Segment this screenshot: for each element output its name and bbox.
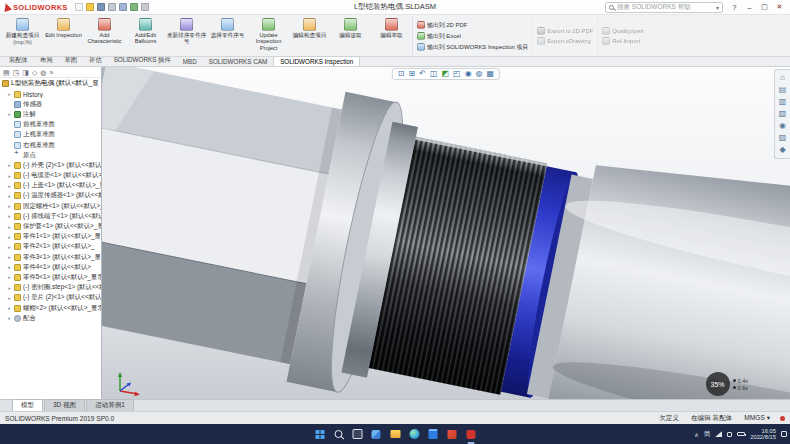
tree-item[interactable]: ▸ (-) 温度传感器<1> (默认<<默认 — [0, 191, 101, 201]
expand-arrow-icon[interactable]: ▸ — [7, 244, 12, 250]
ribbon-export-button[interactable]: 输出到 2D PDF — [417, 21, 528, 30]
expand-arrow-icon[interactable]: ▸ — [7, 183, 12, 189]
tree-item[interactable]: ▸ 零件1<1> (默认<<默认>_显示状态 — [0, 232, 101, 242]
commandmanager-tab[interactable]: MBD — [177, 57, 203, 66]
ime-indicator[interactable]: 简 — [704, 430, 711, 439]
edit-appearance-icon[interactable]: ◍ — [476, 70, 483, 78]
expand-arrow-icon[interactable]: ▸ — [7, 213, 12, 219]
document-view-tab[interactable]: 运动算例1 — [86, 399, 134, 411]
expand-arrow-icon[interactable]: ▸ — [7, 254, 12, 260]
edge-button[interactable] — [408, 428, 421, 441]
hide-show-items-icon[interactable]: ◉ — [465, 70, 472, 78]
ribbon-button[interactable]: Add Characteristic — [84, 16, 125, 56]
view-orientation-icon[interactable]: ◩ — [442, 70, 450, 78]
ribbon-button[interactable]: 编辑萃取 — [371, 16, 412, 56]
ribbon-button[interactable]: 重新排序零件序号 — [166, 16, 207, 56]
tray-expand-icon[interactable]: ∧ — [694, 431, 698, 438]
tree-item[interactable]: ▸ History — [0, 89, 101, 99]
solidworks-button[interactable] — [465, 428, 478, 441]
commandmanager-tab[interactable]: SOLIDWORKS CAM — [203, 57, 273, 66]
tree-item[interactable]: ▸ 零件3<1> (默认<<默认>_显 — [0, 252, 101, 262]
tree-item[interactable]: 前视基准面 — [0, 120, 101, 130]
expand-arrow-icon[interactable]: ▸ — [7, 162, 12, 168]
open-icon[interactable] — [86, 3, 94, 11]
expand-arrow-icon[interactable]: ▸ — [7, 305, 12, 311]
resources-icon[interactable]: ⌂ — [780, 74, 785, 82]
assembly-root-item[interactable]: L型铠装热电偶 (默认<默认_显示状态-1>) — [0, 78, 101, 89]
ribbon-button[interactable]: 编辑检查项目 — [289, 16, 330, 56]
file-explorer-icon[interactable]: ▥ — [779, 98, 787, 106]
commandmanager-tab[interactable]: 评估 — [83, 55, 108, 66]
tree-item[interactable]: ▸ (-) 垫片 (2)<1> (默认<<默认> — [0, 293, 101, 303]
tree-item[interactable]: ▸ 注解 — [0, 109, 101, 119]
close-button[interactable]: ✕ — [772, 1, 787, 14]
rebuild-icon[interactable] — [130, 3, 138, 11]
options-icon[interactable] — [141, 3, 149, 11]
ribbon-export-button[interactable]: 输出到 Excel — [417, 32, 528, 41]
undo-icon[interactable] — [119, 3, 127, 11]
commandmanager-tab[interactable]: SOLIDWORKS Inspection — [273, 56, 360, 66]
tree-item[interactable]: ▸ 螺帽<2> (默认<<默认>_显示状 — [0, 303, 101, 313]
ribbon-export-button[interactable]: 输出到 SOLIDWORKS Inspection 项目 — [417, 43, 528, 52]
tree-item[interactable]: 原点 — [0, 150, 101, 160]
section-view-icon[interactable]: ◫ — [430, 70, 438, 78]
file-explorer-button[interactable] — [389, 428, 402, 441]
tree-item[interactable]: 传感器 — [0, 99, 101, 109]
commandmanager-tab[interactable]: 布局 — [34, 55, 59, 66]
tree-item[interactable]: ▸ 保护套<1> (默认<<默认>_显示 — [0, 221, 101, 231]
notification-icon[interactable] — [781, 431, 787, 437]
ribbon-button[interactable]: Edit Inspection — [43, 16, 84, 56]
expand-arrow-icon[interactable]: ▸ — [7, 274, 12, 280]
tree-item[interactable]: 右视基准面 — [0, 140, 101, 150]
tree-item[interactable]: ▸ 固定螺栓<1> (默认<<默认>_显示状 — [0, 201, 101, 211]
thermocouple-3d-model[interactable] — [102, 67, 790, 399]
expand-arrow-icon[interactable]: ▸ — [7, 315, 12, 321]
document-view-tab[interactable]: 3D 视图 — [44, 399, 85, 411]
propertymanager-tab-icon[interactable]: ◳ — [13, 69, 20, 76]
expand-arrow-icon[interactable]: ▸ — [7, 285, 12, 291]
help-button[interactable]: ? — [727, 1, 742, 14]
expand-arrow-icon[interactable]: ▸ — [7, 173, 12, 179]
dimxpert-tab-icon[interactable]: ◇ — [32, 69, 37, 76]
search-button[interactable] — [332, 428, 345, 441]
document-view-tab[interactable]: 模型 — [12, 399, 43, 411]
ribbon-button[interactable]: Update Inspection Project — [248, 16, 289, 56]
widgets-button[interactable] — [370, 428, 383, 441]
design-library-icon[interactable]: ▤ — [779, 86, 787, 94]
featuremanager-tab-icon[interactable]: ▤ — [3, 69, 10, 76]
expand-arrow-icon[interactable]: ▸ — [7, 234, 12, 240]
zoom-area-icon[interactable]: ⊞ — [409, 70, 416, 78]
commandmanager-tab[interactable]: SOLIDWORKS 插件 — [108, 55, 177, 66]
battery-icon[interactable] — [737, 432, 745, 437]
ribbon-button[interactable]: 选择零件序号 — [207, 16, 248, 56]
zoom-fit-icon[interactable]: ⊡ — [398, 70, 405, 78]
tree-item[interactable]: ▸ (-) 电缆垫<1> (默认<<默认>_显 — [0, 171, 101, 181]
tree-item[interactable]: ▸ 配合 — [0, 313, 101, 323]
forum-icon[interactable]: ◆ — [779, 146, 785, 154]
configurationmanager-tab-icon[interactable]: ◨ — [22, 69, 29, 76]
commandmanager-tab[interactable]: 装配体 — [3, 55, 34, 66]
volume-icon[interactable] — [727, 432, 732, 437]
tree-item[interactable]: ▸ 零件4<1> (默认<<默认> — [0, 262, 101, 272]
view-palette-icon[interactable]: ▧ — [779, 110, 787, 118]
apply-scene-icon[interactable]: ▦ — [487, 70, 495, 78]
expand-arrow-icon[interactable]: ▸ — [7, 203, 12, 209]
tree-item[interactable]: ▸ (-) 密封圈.step<1> (默认<<默认 — [0, 283, 101, 293]
expand-arrow-icon[interactable]: ▸ — [7, 224, 12, 230]
expand-arrow-icon[interactable]: ▸ — [7, 193, 12, 199]
store-button[interactable] — [427, 428, 440, 441]
appearances-icon[interactable]: ◉ — [779, 122, 786, 130]
task-view-button[interactable] — [351, 428, 364, 441]
tree-item[interactable]: ▸ (-) 外壳 (2)<1> (默认<<默认>_显示状 — [0, 160, 101, 170]
maximize-button[interactable]: ▢ — [757, 1, 772, 14]
new-doc-icon[interactable] — [75, 3, 83, 11]
expand-arrow-icon[interactable]: ▸ — [7, 111, 12, 117]
search-input[interactable]: 搜索 SOLIDWORKS 帮助 ▾ — [605, 2, 723, 13]
start-button[interactable] — [313, 428, 326, 441]
clock[interactable]: 16:05 2022/8/15 — [750, 428, 776, 441]
ribbon-button[interactable]: Add/Edit Balloons — [125, 16, 166, 56]
minimize-button[interactable]: – — [742, 1, 757, 14]
tree-item[interactable]: ▸ (-) 接线端子<1> (默认<<默认>_ — [0, 211, 101, 221]
expand-panel-icon[interactable]: » — [49, 69, 53, 76]
network-icon[interactable] — [715, 431, 722, 437]
